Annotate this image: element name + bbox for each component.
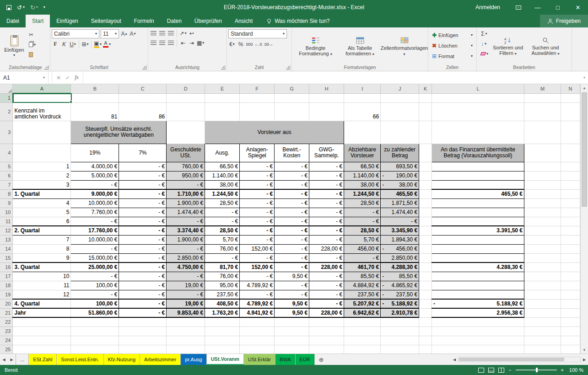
cell-I24[interactable] — [344, 336, 381, 345]
cell-E12[interactable]: 28,50 € — [205, 226, 240, 235]
row-header-9[interactable]: 9 — [0, 198, 13, 208]
sheet-tab-Sonst.Leist.Entn.[interactable]: Sonst.Leist.Entn. — [57, 354, 103, 365]
cell-B18[interactable]: 100,00 € — [71, 281, 119, 290]
align-middle-button[interactable] — [158, 29, 166, 37]
cell-E23[interactable] — [205, 327, 240, 336]
normal-view-button[interactable] — [478, 368, 484, 373]
col-header-A[interactable]: A — [13, 84, 71, 93]
cell-D15[interactable]: 2.850,00 € — [167, 253, 205, 262]
zoom-out-button[interactable]: − — [508, 367, 511, 373]
ribbon-tab-daten[interactable]: Daten — [161, 15, 188, 27]
cell-A14[interactable]: 8 — [13, 244, 71, 253]
cell-F8[interactable]: - € — [240, 189, 275, 198]
cell-F6[interactable]: - € — [240, 171, 275, 180]
cell-E8[interactable]: 1.244,50 € — [205, 189, 240, 198]
cell-I5[interactable]: 66,50 € — [344, 162, 381, 171]
cell-J7[interactable]: -38,00 € — [381, 180, 419, 189]
page-layout-view-button[interactable] — [488, 368, 494, 373]
cell-M22[interactable] — [524, 317, 561, 327]
cell-G21[interactable]: 9,50 € — [275, 308, 309, 317]
redo-button[interactable]: ↻▾ — [30, 4, 38, 11]
cell-H20[interactable]: - € — [309, 299, 344, 308]
cell-G10[interactable]: - € — [275, 208, 309, 217]
increase-decimal-button[interactable]: ←.0 — [254, 40, 262, 48]
cell-J4[interactable]: zu zahlender Betrag — [381, 144, 419, 162]
cell-D2[interactable] — [167, 102, 205, 121]
ribbon-tab-seitenlayout[interactable]: Seitenlayout — [85, 15, 128, 27]
cell-M5[interactable] — [524, 162, 561, 171]
cell-J16[interactable]: 4.288,30 € — [381, 262, 419, 272]
format-painter-button[interactable] — [28, 51, 37, 59]
cell-M13[interactable] — [524, 235, 561, 244]
ribbon-tab-überprüfen[interactable]: Überprüfen — [188, 15, 228, 27]
align-right-button[interactable] — [167, 39, 174, 47]
row-header-22[interactable]: 22 — [0, 317, 13, 327]
cell-I21[interactable]: 6.942,62 € — [344, 308, 381, 317]
cell-C17[interactable]: - € — [119, 272, 167, 281]
sheet-tab-USt.Voranm[interactable]: USt.Voranm — [207, 354, 244, 365]
cell-L3[interactable] — [432, 121, 524, 144]
cell-K21[interactable] — [419, 308, 432, 317]
cell-L24[interactable] — [432, 336, 524, 345]
customize-qat-button[interactable]: ▾ — [43, 5, 45, 9]
cell-F7[interactable]: - € — [240, 180, 275, 189]
cell-I8[interactable]: 1.244,50 € — [344, 189, 381, 198]
cell-B16[interactable]: 25.000,00 € — [71, 262, 119, 272]
cell-C7[interactable]: - € — [119, 180, 167, 189]
row-header-1[interactable]: 1 — [0, 93, 13, 102]
cell-I22[interactable] — [344, 317, 381, 327]
cell-E2[interactable] — [205, 102, 240, 121]
cell-D1[interactable] — [167, 93, 205, 102]
cell-L21[interactable]: 2.956,38 € — [432, 308, 524, 317]
cell-K7[interactable] — [419, 180, 432, 189]
col-header-E[interactable]: E — [205, 84, 240, 93]
cell-E18[interactable]: 95,00 € — [205, 281, 240, 290]
cell-A3[interactable] — [13, 121, 71, 144]
cell-A23[interactable] — [13, 327, 71, 336]
cell-K3[interactable] — [419, 121, 432, 144]
row-header-8[interactable]: 8 — [0, 189, 13, 198]
cell-M6[interactable] — [524, 171, 561, 180]
cell-E5[interactable]: 66,50 € — [205, 162, 240, 171]
cell-N13[interactable] — [561, 235, 580, 244]
cell-I10[interactable]: - € — [344, 208, 381, 217]
cell-N22[interactable] — [561, 317, 580, 327]
cell-J5[interactable]: 693,50 € — [381, 162, 419, 171]
cell-L11[interactable] — [432, 217, 524, 226]
cell-E14[interactable]: 76,00 € — [205, 244, 240, 253]
cell-G19[interactable]: - € — [275, 290, 309, 299]
cell-K22[interactable] — [419, 317, 432, 327]
cell-C25[interactable] — [119, 345, 167, 354]
sheet-tab-USt.Erklär[interactable]: USt.Erklär — [244, 354, 275, 365]
cell-G1[interactable] — [275, 93, 309, 102]
cell-M25[interactable] — [524, 345, 561, 354]
cell-B11[interactable]: - € — [71, 217, 119, 226]
underline-button[interactable]: U▾ — [69, 40, 76, 48]
col-header-C[interactable]: C — [119, 84, 167, 93]
cell-E7[interactable]: 38,00 € — [205, 180, 240, 189]
cell-B20[interactable]: 100,00 € — [71, 299, 119, 308]
cell-L7[interactable] — [432, 180, 524, 189]
cell-G15[interactable]: - € — [275, 253, 309, 262]
cell-E10[interactable]: - € — [205, 208, 240, 217]
col-header-G[interactable]: G — [275, 84, 309, 93]
cell-D10[interactable]: 1.474,40 € — [167, 208, 205, 217]
tell-me-box[interactable]: Was möchten Sie tun? — [259, 15, 337, 27]
cell-D11[interactable]: - € — [167, 217, 205, 226]
cell-C14[interactable]: - € — [119, 244, 167, 253]
cell-L15[interactable] — [432, 253, 524, 262]
row-header-25[interactable]: 25 — [0, 345, 13, 354]
number-format-combo[interactable]: Standard▾ — [228, 29, 287, 38]
cell-C5[interactable]: - € — [119, 162, 167, 171]
cell-K14[interactable] — [419, 244, 432, 253]
cell-D24[interactable] — [167, 336, 205, 345]
cell-F18[interactable]: 4.789,92 € — [240, 281, 275, 290]
cell-B7[interactable]: - € — [71, 180, 119, 189]
cell-J23[interactable] — [381, 327, 419, 336]
close-button[interactable]: ✕ — [568, 0, 588, 15]
cell-E25[interactable] — [205, 345, 240, 354]
cell-B5[interactable]: 4.000,00 € — [71, 162, 119, 171]
cell-D17[interactable]: - € — [167, 272, 205, 281]
cell-L23[interactable] — [432, 327, 524, 336]
font-name-combo[interactable]: Calibri▾ — [52, 29, 99, 38]
